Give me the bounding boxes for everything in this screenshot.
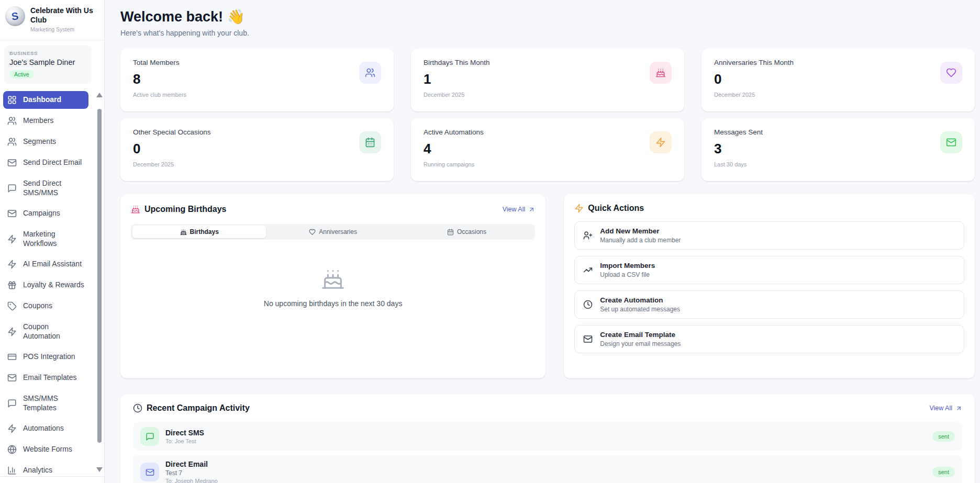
sidebar-item-label: AI Email Assistant [23,260,82,269]
scrollbar-thumb[interactable] [97,109,102,443]
app-logo-letter: S [11,10,19,22]
stat-card-birthdays: Birthdays This Month 1 December 2025 [411,49,684,111]
tab-occasions[interactable]: Occasions [400,226,533,238]
quick-actions-title: Quick Actions [574,204,644,213]
sidebar-item-send-direct-email[interactable]: Send Direct Email [3,154,88,172]
scrollbar-down-arrow[interactable] [96,467,103,472]
sidebar-item-dashboard[interactable]: Dashboard [3,91,88,109]
tab-label: Occasions [457,228,486,235]
sidebar-item-email-templates[interactable]: Email Templates [3,369,88,387]
tab-label: Anniversaries [319,228,357,235]
sidebar-scrollbar [96,0,103,483]
clock-icon [583,300,593,309]
sidebar-item-label: Members [23,116,53,126]
scrollbar-up-arrow[interactable] [96,93,103,97]
sidebar-item-ai-email-assistant[interactable]: AI Email Assistant [3,255,88,273]
quick-action-create-automation[interactable]: Create Automation Set up automated messa… [574,290,964,319]
sidebar-item-label: Campaigns [23,209,60,218]
sidebar-item-sms-templates[interactable]: SMS/MMS Templates [3,390,88,417]
mail-icon [940,131,962,153]
stat-label: Active Automations [424,128,484,136]
quick-action-create-email-template[interactable]: Create Email Template Design your email … [574,325,964,353]
stat-value: 1 [424,71,490,87]
activity-title: Direct Email [165,460,926,468]
stat-label: Messages Sent [714,128,763,136]
sidebar-item-pos-integration[interactable]: POS Integration [3,348,88,366]
cake-icon [131,205,140,214]
stat-label: Total Members [133,59,186,66]
sidebar-item-send-direct-sms[interactable]: Send Direct SMS/MMS [3,175,88,201]
recent-view-all-link[interactable]: View All [929,405,962,412]
app-header: S Celebrate With Us Club Marketing Syste… [0,0,104,40]
sidebar-item-label: POS Integration [23,352,75,362]
tab-birthdays[interactable]: Birthdays [132,226,266,238]
message-icon [140,427,159,446]
sidebar-item-members[interactable]: Members [3,112,88,130]
sidebar-item-automations[interactable]: Automations [3,420,88,437]
activity-row-direct-sms[interactable]: Direct SMS To: Joe Test sent [133,422,962,451]
quick-action-subtitle: Manually add a club member [600,237,681,244]
app-logo: S [5,6,25,26]
sidebar-item-campaigns[interactable]: Campaigns [3,205,88,222]
activity-row-direct-email[interactable]: Direct Email Test 7 To: Joseph Medrano s… [133,455,962,483]
panel-row: Upcoming Birthdays View All Birthdays An… [120,194,975,378]
waving-hand-emoji: 👋 [227,8,245,25]
calendar-icon [447,229,454,235]
stat-sub: December 2025 [133,161,211,167]
gift-icon [7,280,17,290]
business-section-label: BUSINESS [9,50,86,56]
page-title: Welcome back! 👋 [120,8,975,25]
stat-value: 3 [714,141,763,157]
sidebar-bottom-divider [0,476,104,477]
sidebar-item-label: Loyalty & Rewards [23,280,84,290]
recent-activity-title: Recent Campaign Activity [133,403,250,413]
sidebar-item-marketing-workflows[interactable]: Marketing Workflows [3,226,88,252]
tab-label: Birthdays [190,228,219,235]
mail-icon [140,463,159,481]
birthdays-empty-state: No upcoming birthdays in the next 30 day… [131,267,535,308]
sidebar-item-coupon-automation[interactable]: Coupon Automation [3,318,88,345]
sidebar-item-loyalty-rewards[interactable]: Loyalty & Rewards [3,276,88,294]
mail-icon [583,334,593,344]
chart-icon [7,466,17,475]
sidebar-item-website-forms[interactable]: Website Forms [3,441,88,458]
stats-grid: Total Members 8 Active club members Birt… [120,49,975,181]
app-title: Celebrate With Us Club [30,6,99,25]
credit-card-icon [7,352,17,362]
zap-icon [574,204,584,213]
panel-title-text: Recent Campaign Activity [147,403,250,413]
empty-state-message: No upcoming birthdays in the next 30 day… [264,299,403,308]
zap-icon [7,234,17,244]
sidebar-item-coupons[interactable]: Coupons [3,297,88,315]
tab-anniversaries[interactable]: Anniversaries [266,226,399,238]
mail-icon [7,158,17,167]
upcoming-view-all-link[interactable]: View All [503,206,536,213]
quick-action-title: Import Members [600,262,655,269]
quick-action-subtitle: Design your email messages [600,340,681,347]
quick-actions-panel: Quick Actions Add New Member Manually ad… [564,194,975,378]
calendar-icon [359,131,381,153]
stat-sub: Last 30 days [714,161,763,167]
cake-icon [650,62,672,84]
zap-icon [7,424,17,433]
quick-action-title: Add New Member [600,227,681,235]
mail-icon [7,373,17,383]
sidebar-item-label: Email Templates [23,373,76,383]
users-icon [359,62,381,84]
sidebar-item-segments[interactable]: Segments [3,133,88,151]
quick-actions-list: Add New Member Manually add a club membe… [574,221,964,353]
quick-action-title: Create Automation [600,296,680,304]
heart-icon [309,229,316,235]
panel-title-text: Quick Actions [588,204,644,213]
trending-up-icon [583,265,593,275]
stat-value: 8 [133,71,186,87]
quick-action-import-members[interactable]: Import Members Upload a CSV file [574,256,964,284]
sidebar-item-label: Coupons [23,301,52,311]
stat-label: Other Special Occasions [133,128,211,136]
tag-icon [7,301,17,311]
arrow-up-right-icon [955,405,962,412]
user-plus-icon [583,231,593,240]
view-all-label: View All [503,206,526,213]
quick-action-add-member[interactable]: Add New Member Manually add a club membe… [574,221,964,250]
business-status-badge: Active [9,70,34,78]
